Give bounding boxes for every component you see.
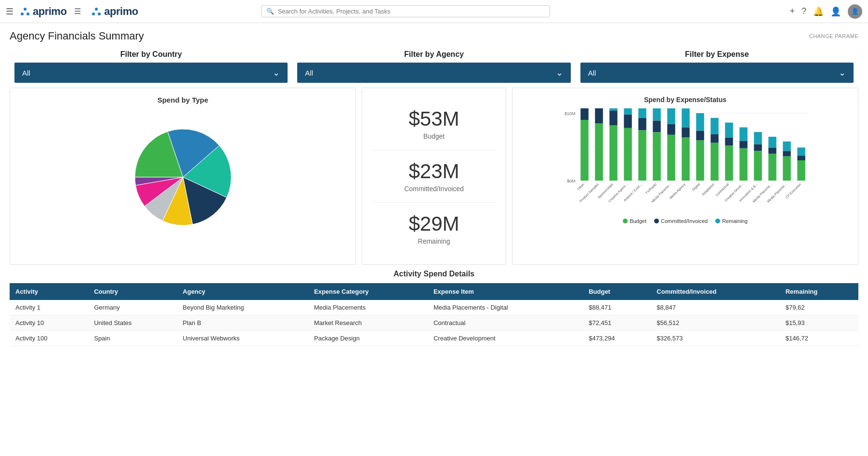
table-row: Activity 100SpainUniversal WebworksPacka… bbox=[10, 331, 858, 346]
svg-rect-68 bbox=[783, 151, 791, 156]
charts-row: Spend by Type $53M Budget $23M Committed… bbox=[0, 83, 868, 270]
metrics-card: $53M Budget $23M Committed/Invoiced $29M… bbox=[362, 88, 506, 265]
metric-remaining-value: $29M bbox=[372, 212, 496, 235]
filter-country-value: All bbox=[22, 69, 30, 77]
svg-rect-16 bbox=[595, 108, 603, 123]
help-icon[interactable]: ? bbox=[802, 6, 806, 16]
logo-text: aprimo bbox=[33, 5, 66, 18]
cell-country: United States bbox=[88, 315, 177, 331]
svg-text:$10M: $10M bbox=[565, 111, 576, 116]
svg-point-5 bbox=[98, 13, 101, 15]
svg-rect-20 bbox=[609, 110, 618, 125]
change-params-button[interactable]: CHANGE PARAME bbox=[809, 33, 858, 39]
cell-remaining: $146,72 bbox=[780, 331, 858, 346]
filter-expense-value: All bbox=[588, 69, 596, 77]
svg-rect-73 bbox=[797, 147, 805, 156]
search-input[interactable] bbox=[278, 8, 545, 15]
pie-chart-svg bbox=[130, 124, 236, 230]
list-icon[interactable]: ☰ bbox=[74, 7, 81, 16]
svg-rect-72 bbox=[797, 156, 805, 160]
logo-primary: aprimo bbox=[19, 5, 66, 18]
svg-rect-69 bbox=[783, 142, 791, 151]
metric-budget-label: Budget bbox=[372, 132, 496, 140]
cell-budget: $72,451 bbox=[583, 315, 651, 331]
chevron-down-icon: ⌄ bbox=[556, 67, 563, 78]
bar-chart-area: $10M$0MOtherProduct SamplesSponsorshipsC… bbox=[520, 108, 850, 214]
svg-rect-24 bbox=[624, 115, 632, 128]
legend-committed-label: Committed/Invoiced bbox=[661, 218, 708, 224]
svg-rect-53 bbox=[725, 123, 733, 138]
svg-rect-63 bbox=[768, 154, 776, 181]
legend-budget-dot bbox=[623, 219, 628, 223]
filter-section: Filter by Country All ⌄ Filter by Agency… bbox=[0, 45, 868, 83]
cell-expense_item: Creative Development bbox=[428, 331, 583, 346]
cell-expense_category: Market Research bbox=[308, 315, 428, 331]
cell-agency: Plan B bbox=[177, 315, 308, 331]
svg-rect-11 bbox=[580, 120, 589, 181]
svg-point-1 bbox=[21, 13, 24, 15]
svg-rect-37 bbox=[667, 108, 675, 124]
svg-text:Other: Other bbox=[577, 182, 585, 191]
svg-rect-57 bbox=[739, 127, 748, 141]
svg-text:Digital: Digital bbox=[692, 182, 701, 192]
svg-rect-47 bbox=[710, 143, 719, 181]
col-country: Country bbox=[88, 283, 177, 300]
bar-chart-card: Spend by Expense/Status $10M$0MOtherProd… bbox=[512, 88, 858, 265]
legend-committed-dot bbox=[654, 219, 659, 223]
cell-expense_item: Media Placements - Digital bbox=[428, 300, 583, 315]
hamburger-menu-icon[interactable]: ☰ bbox=[6, 6, 13, 17]
svg-text:Adaptation: Adaptation bbox=[701, 182, 715, 196]
filter-expense-group: Filter by Expense All ⌄ bbox=[576, 50, 858, 83]
svg-rect-71 bbox=[797, 160, 805, 181]
filter-expense-select[interactable]: All ⌄ bbox=[580, 63, 854, 83]
svg-text:CP Execution: CP Execution bbox=[785, 182, 802, 199]
metric-budget: $53M Budget bbox=[372, 98, 496, 150]
cell-activity: Activity 100 bbox=[10, 331, 88, 346]
svg-rect-12 bbox=[580, 108, 589, 120]
svg-rect-40 bbox=[682, 127, 690, 137]
cell-activity: Activity 10 bbox=[10, 315, 88, 331]
pie-chart-container bbox=[18, 110, 348, 245]
svg-rect-56 bbox=[739, 141, 748, 148]
avatar[interactable]: 👤 bbox=[848, 4, 862, 19]
svg-point-3 bbox=[95, 8, 98, 11]
search-icon: 🔍 bbox=[266, 8, 274, 15]
filter-agency-group: Filter by Agency All ⌄ bbox=[292, 50, 575, 83]
svg-rect-43 bbox=[696, 140, 704, 181]
cell-country: Germany bbox=[88, 300, 177, 315]
filter-agency-select[interactable]: All ⌄ bbox=[297, 63, 570, 83]
logo2-dots-icon bbox=[91, 7, 102, 16]
svg-rect-31 bbox=[653, 132, 661, 181]
search-bar[interactable]: 🔍 bbox=[261, 5, 550, 17]
filter-expense-label: Filter by Expense bbox=[685, 50, 749, 59]
col-committed: Committed/Invoiced bbox=[651, 283, 779, 300]
chevron-down-icon: ⌄ bbox=[839, 67, 846, 78]
svg-rect-51 bbox=[725, 145, 733, 181]
legend-budget: Budget bbox=[623, 218, 646, 224]
notification-icon[interactable]: 🔔 bbox=[813, 6, 824, 17]
user-menu-icon[interactable]: 👤 bbox=[830, 6, 841, 17]
legend-remaining-dot bbox=[715, 219, 720, 223]
svg-rect-59 bbox=[754, 151, 762, 181]
svg-text:TV/Radio: TV/Radio bbox=[645, 182, 658, 195]
svg-rect-28 bbox=[638, 118, 646, 130]
metric-budget-value: $53M bbox=[372, 107, 496, 130]
table-title: Activity Spend Details bbox=[10, 270, 858, 278]
cell-country: Spain bbox=[88, 331, 177, 346]
legend-committed: Committed/Invoiced bbox=[654, 218, 708, 224]
cell-committed: $8,847 bbox=[651, 300, 779, 315]
cell-committed: $56,512 bbox=[651, 315, 779, 331]
logo-secondary: aprimo bbox=[91, 5, 138, 18]
table-row: Activity 10United StatesPlan BMarket Res… bbox=[10, 315, 858, 331]
topnav: ☰ aprimo ☰ aprimo 🔍 + ? 🔔 👤 👤 bbox=[0, 0, 868, 23]
add-icon[interactable]: + bbox=[789, 6, 795, 16]
svg-rect-23 bbox=[624, 128, 632, 181]
svg-rect-41 bbox=[682, 108, 690, 127]
filter-country-select[interactable]: All ⌄ bbox=[14, 63, 288, 83]
metric-committed-label: Committed/Invoiced bbox=[372, 185, 496, 193]
svg-rect-67 bbox=[783, 156, 791, 181]
metric-committed: $23M Committed/Invoiced bbox=[372, 150, 496, 203]
metric-committed-value: $23M bbox=[372, 160, 496, 183]
topnav-right: + ? 🔔 👤 👤 bbox=[789, 4, 862, 19]
filter-country-group: Filter by Country All ⌄ bbox=[10, 50, 292, 83]
